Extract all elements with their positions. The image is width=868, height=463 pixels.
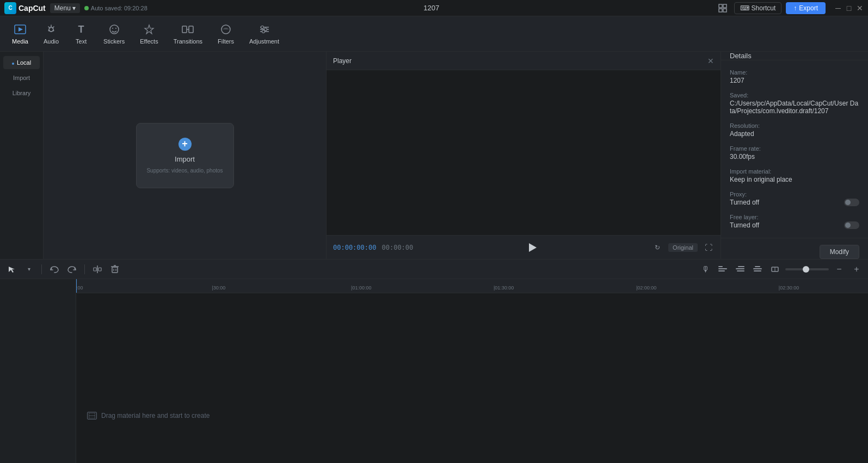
detail-saved-key: Saved: <box>730 92 859 98</box>
autosave-text: Auto saved: 09:20:28 <box>91 5 147 11</box>
toolbar-item-text[interactable]: T Text <box>67 20 95 48</box>
detail-import-material-row: Import material: Keep in original place <box>730 168 859 183</box>
timeline-body: Drag material here and start to create <box>76 293 868 463</box>
close-button[interactable]: ✕ <box>856 4 864 12</box>
detail-freelayer-value-row: Turned off <box>730 221 859 229</box>
player-title: Player <box>333 57 352 65</box>
toolbar-item-stickers[interactable]: Stickers <box>97 20 131 48</box>
toolbar-item-audio[interactable]: Audio <box>37 20 65 48</box>
export-button[interactable]: ↑ Export <box>786 2 826 14</box>
toolbar-separator-2 <box>84 264 85 274</box>
detail-framerate-value: 30.00fps <box>730 153 859 160</box>
timeline-playhead <box>76 279 77 293</box>
media-icon <box>14 23 27 36</box>
detail-freelayer-key: Free layer: <box>730 214 759 220</box>
svg-rect-38 <box>755 266 760 267</box>
delete-button[interactable] <box>108 262 122 276</box>
loop-button[interactable]: ↻ <box>652 242 663 253</box>
toolbar-media-label: Media <box>12 38 28 45</box>
modify-button[interactable]: Modify <box>820 245 859 259</box>
sidebar-library-label: Library <box>13 90 31 96</box>
split-button[interactable] <box>90 262 104 276</box>
minimize-button[interactable]: ─ <box>834 4 842 12</box>
transitions-icon <box>181 23 194 36</box>
brand-logo: C CapCut <box>4 2 46 14</box>
detail-freelayer-value: Turned off <box>730 221 759 229</box>
zoom-minus-button[interactable]: − <box>832 262 846 276</box>
freelayer-toggle-switch[interactable] <box>844 221 859 229</box>
detail-resolution-row: Resolution: Adapted <box>730 122 859 138</box>
svg-marker-22 <box>529 243 537 252</box>
menu-label: Menu <box>54 4 71 12</box>
window-controls: ─ □ ✕ <box>834 4 864 12</box>
toolbar-item-media[interactable]: Media <box>5 20 35 48</box>
detail-freelayer-toggle: Free layer: <box>730 214 859 220</box>
play-button[interactable] <box>526 241 539 254</box>
select-tool-button[interactable] <box>4 262 19 276</box>
aspect-ratio-button[interactable] <box>768 262 782 276</box>
player-timecode-total: 00:00:00 <box>381 244 413 251</box>
import-box[interactable]: + Import Supports: videos, audio, photos <box>136 123 234 188</box>
sidebar-item-local[interactable]: Local <box>3 56 40 69</box>
proxy-toggle-switch[interactable] <box>844 199 859 206</box>
maximize-button[interactable]: □ <box>845 4 853 12</box>
filters-icon <box>219 23 232 36</box>
import-label: Import <box>175 155 195 163</box>
toolbar-audio-label: Audio <box>44 38 59 45</box>
redo-button[interactable] <box>65 262 79 276</box>
fit-zoom-button[interactable] <box>750 262 765 276</box>
toolbar-stickers-label: Stickers <box>103 38 125 45</box>
sidebar-item-import[interactable]: Import <box>3 71 40 84</box>
svg-point-21 <box>262 30 264 33</box>
details-modify-area: Modify <box>721 238 868 259</box>
svg-rect-24 <box>94 268 96 271</box>
toolbar-separator-1 <box>41 264 42 274</box>
timeline-right-tools: 🎙 <box>698 262 864 276</box>
original-button[interactable]: Original <box>668 243 698 252</box>
drag-hint-icon <box>87 412 97 419</box>
drag-hint: Drag material here and start to create <box>87 412 210 419</box>
select-dropdown-button[interactable]: ▾ <box>22 262 36 276</box>
svg-point-20 <box>264 28 267 31</box>
menu-button[interactable]: Menu ▾ <box>50 3 80 13</box>
svg-point-11 <box>115 28 116 29</box>
svg-marker-5 <box>19 27 23 32</box>
timeline-section: ▾ <box>0 259 868 463</box>
export-arrow-icon: ↑ <box>793 4 797 12</box>
layout-button[interactable] <box>716 1 730 15</box>
svg-rect-35 <box>738 266 744 267</box>
undo-button[interactable] <box>47 262 61 276</box>
details-body: Name: 1207 Saved: C:/Users/pc/AppData/Lo… <box>721 60 868 238</box>
detail-saved-value: C:/Users/pc/AppData/Local/CapCut/User Da… <box>730 100 859 115</box>
svg-marker-12 <box>145 25 153 34</box>
fullscreen-button[interactable]: ⛶ <box>703 242 714 253</box>
svg-rect-26 <box>112 267 118 273</box>
shortcut-label: Shortcut <box>752 4 776 12</box>
shortcut-button[interactable]: ⌨ Shortcut <box>734 2 782 14</box>
player-close-button[interactable]: ✕ <box>707 57 714 65</box>
player-timecode: 00:00:00:00 <box>333 244 376 251</box>
toolbar-item-adjustment[interactable]: Adjustment <box>243 20 286 48</box>
top-bar-right: ⌨ Shortcut ↑ Export ─ □ ✕ <box>716 1 864 15</box>
svg-rect-36 <box>737 270 744 271</box>
left-panel: Local Import Library + Import Supports: … <box>0 52 327 259</box>
sidebar-import-label: Import <box>13 75 30 81</box>
microphone-button[interactable]: 🎙 <box>698 262 712 276</box>
svg-rect-14 <box>189 26 193 33</box>
detail-import-material-key: Import material: <box>730 168 859 175</box>
zoom-in-button[interactable] <box>716 262 730 276</box>
player-header: Player ✕ <box>327 52 721 70</box>
toolbar-item-effects[interactable]: Effects <box>133 20 164 48</box>
sidebar-item-library[interactable]: Library <box>3 87 40 100</box>
zoom-plus-button[interactable]: + <box>849 262 864 276</box>
zoom-out-button[interactable] <box>733 262 747 276</box>
import-plus-icon: + <box>178 138 192 151</box>
toolbar-filters-label: Filters <box>218 38 234 45</box>
zoom-slider[interactable] <box>785 268 829 270</box>
toolbar-item-transitions[interactable]: Transitions <box>167 20 209 48</box>
toolbar-item-filters[interactable]: Filters <box>211 20 241 48</box>
brand-name: CapCut <box>19 4 46 13</box>
svg-rect-25 <box>99 268 101 271</box>
sidebar-local-label: Local <box>17 59 31 66</box>
zoom-thumb <box>803 266 809 273</box>
